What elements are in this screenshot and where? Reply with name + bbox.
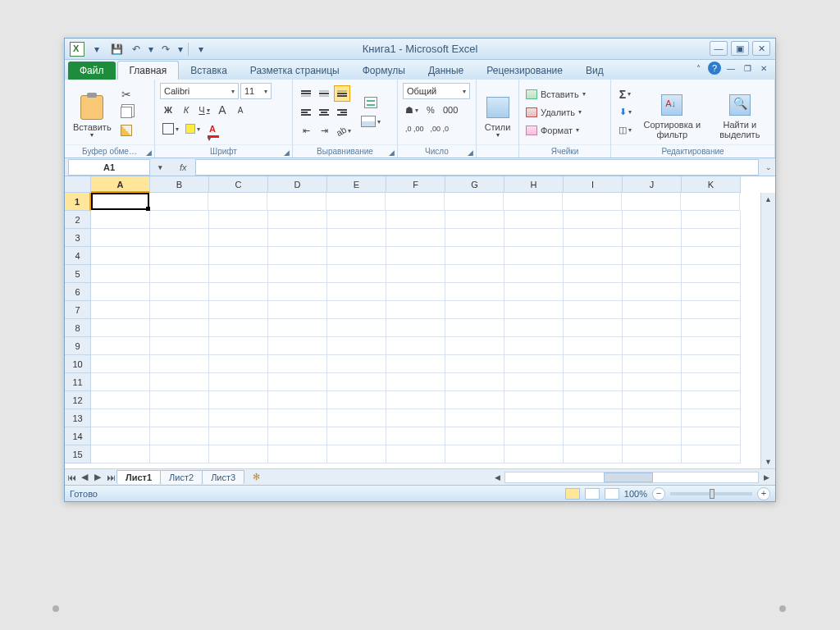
tab-review[interactable]: Рецензирование [475,62,574,80]
cell-G12[interactable] [445,391,504,409]
cell-B8[interactable] [150,319,209,337]
italic-button[interactable]: К [178,102,194,118]
row-header-2[interactable]: 2 [65,211,91,229]
cell-D9[interactable] [268,337,327,355]
name-box[interactable]: A1 [68,159,150,176]
styles-button[interactable]: Стили ▾ [482,83,514,141]
cell-E8[interactable] [327,319,386,337]
tab-data[interactable]: Данные [417,62,475,80]
view-page-layout-button[interactable] [585,488,600,500]
insert-function-button[interactable]: fx [175,162,192,172]
cell-J6[interactable] [623,283,682,301]
align-bottom-button[interactable] [334,85,350,102]
cell-I14[interactable] [564,427,623,445]
horizontal-scrollbar[interactable]: ◀ ▶ [491,471,772,484]
cell-G3[interactable] [445,229,504,247]
cell-K7[interactable] [682,301,741,319]
sheet-tab-1[interactable]: Лист1 [116,470,161,484]
zoom-slider[interactable] [670,492,752,495]
cell-H10[interactable] [504,355,564,373]
cell-E7[interactable] [327,301,386,319]
cell-A1[interactable] [91,193,149,210]
cell-C8[interactable] [209,319,268,337]
cell-F14[interactable] [386,427,445,445]
cell-C2[interactable] [209,211,268,229]
cell-B7[interactable] [150,301,209,319]
cell-E9[interactable] [327,337,386,355]
column-header-E[interactable]: E [327,176,386,193]
cell-C12[interactable] [209,391,268,409]
cell-K3[interactable] [682,229,741,247]
cell-B15[interactable] [150,445,209,463]
cell-K9[interactable] [682,337,741,355]
cell-K11[interactable] [682,373,741,391]
cell-I10[interactable] [564,355,623,373]
cell-F2[interactable] [386,211,445,229]
scroll-right-icon[interactable]: ▶ [760,473,772,482]
cell-J15[interactable] [623,445,682,463]
cell-E14[interactable] [327,427,386,445]
cell-C10[interactable] [209,355,268,373]
cell-B14[interactable] [150,427,209,445]
cell-H7[interactable] [504,301,564,319]
row-header-5[interactable]: 5 [65,265,91,283]
minimize-button[interactable]: — [710,41,728,56]
cell-B3[interactable] [150,229,209,247]
cell-I5[interactable] [564,265,623,283]
fill-color-button[interactable] [183,121,203,137]
increase-decimal-button[interactable]: ,0 ,00 [403,121,427,137]
cell-I4[interactable] [564,247,623,265]
row-header-4[interactable]: 4 [65,247,91,265]
cell-A12[interactable] [91,391,150,409]
cell-E10[interactable] [327,355,386,373]
scroll-up-icon[interactable]: ▲ [761,193,775,206]
cell-E3[interactable] [327,229,386,247]
expand-formula-bar-icon[interactable]: ⌄ [762,163,775,171]
cell-B4[interactable] [150,247,209,265]
cell-J5[interactable] [623,265,682,283]
accounting-format-button[interactable]: ☗ [403,102,421,118]
tab-formulas[interactable]: Формулы [351,62,417,80]
qat-dropdown-icon[interactable]: ▾ [88,41,106,57]
format-painter-button[interactable] [118,122,135,139]
cell-F6[interactable] [386,283,445,301]
row-header-14[interactable]: 14 [65,427,91,445]
cell-D5[interactable] [268,265,327,283]
cell-F11[interactable] [386,373,445,391]
cell-F13[interactable] [386,409,445,427]
sheet-tab-3[interactable]: Лист3 [202,470,244,484]
cell-B2[interactable] [150,211,209,229]
number-format-combo[interactable]: Общий [403,83,470,99]
delete-cells-button[interactable]: Удалить [524,104,605,121]
undo-icon[interactable]: ↶ [127,41,145,57]
cell-F1[interactable] [386,193,445,211]
decrease-indent-button[interactable]: ⇤ [298,123,314,139]
clipboard-launcher-icon[interactable]: ◢ [146,147,152,159]
cell-I11[interactable] [564,373,623,391]
zoom-in-button[interactable]: + [757,487,770,500]
cell-H8[interactable] [504,319,564,337]
paste-button[interactable]: Вставить ▾ [70,83,115,141]
cell-A6[interactable] [91,283,150,301]
workbook-close-icon[interactable]: ✕ [757,62,770,74]
cell-K4[interactable] [682,247,741,265]
cell-H1[interactable] [504,193,563,211]
font-size-combo[interactable]: 11 [240,83,272,99]
cut-button[interactable]: ✂ [118,86,135,103]
autosum-button[interactable]: Σ [616,86,634,103]
cell-I1[interactable] [563,193,622,211]
cell-B12[interactable] [150,391,209,409]
cell-A4[interactable] [91,247,150,265]
cell-J10[interactable] [623,355,682,373]
column-header-D[interactable]: D [268,176,327,193]
row-header-11[interactable]: 11 [65,373,91,391]
cell-H4[interactable] [504,247,564,265]
cell-I3[interactable] [564,229,623,247]
row-header-7[interactable]: 7 [65,301,91,319]
cell-D13[interactable] [268,409,327,427]
column-header-A[interactable]: A [91,176,150,193]
cell-G15[interactable] [445,445,504,463]
cell-E12[interactable] [327,391,386,409]
cell-D15[interactable] [268,445,327,463]
cell-J4[interactable] [623,247,682,265]
